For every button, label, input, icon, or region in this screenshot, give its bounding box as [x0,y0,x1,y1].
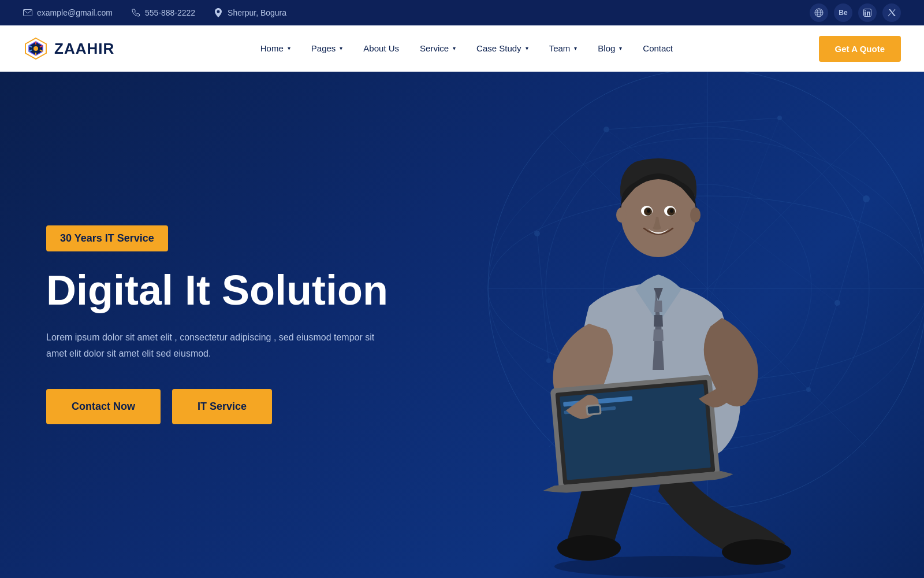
nav-label-blog: Blog [598,25,615,72]
nav-item-pages[interactable]: Pages ▾ [301,25,353,72]
nav-link-case-study[interactable]: Case Study ▾ [466,25,539,72]
chevron-down-icon: ▾ [340,25,342,72]
svg-point-62 [616,208,627,223]
chevron-down-icon: ▾ [619,25,622,72]
nav-item-team[interactable]: Team ▾ [539,25,588,72]
svg-point-63 [690,208,701,223]
svg-point-60 [647,209,650,213]
svg-point-47 [557,535,621,561]
navbar: ZAAHIR Home ▾ Pages ▾ About Us Service ▾ [0,25,924,72]
svg-rect-65 [588,406,600,414]
social-links: Be [810,3,901,22]
linkedin-icon[interactable] [858,3,877,22]
nav-item-service[interactable]: Service ▾ [409,25,466,72]
contact-now-button[interactable]: Contact Now [46,389,161,424]
behance-icon[interactable]: Be [834,3,852,22]
logo[interactable]: ZAAHIR [23,36,114,61]
svg-point-48 [722,539,791,565]
hero-description: Lorem ipsum dolor sit amet elit , consec… [46,329,381,361]
phone-text: 555-888-2222 [145,8,195,17]
svg-point-8 [865,10,866,11]
hero-buttons: Contact Now IT Service [46,389,388,424]
nav-item-blog[interactable]: Blog ▾ [587,25,632,72]
nav-label-home: Home [260,25,284,72]
svg-rect-7 [865,12,866,16]
nav-link-home[interactable]: Home ▾ [250,25,301,72]
nav-link-blog[interactable]: Blog ▾ [587,25,632,72]
hero-title: Digital It Solution [46,268,388,313]
hero-section: 30 Years IT Service Digital It Solution … [0,72,924,578]
svg-point-61 [670,209,673,213]
it-service-button[interactable]: IT Service [172,389,272,424]
chevron-down-icon: ▾ [288,25,290,72]
svg-rect-0 [24,9,32,16]
top-bar-left: example@gmail.com 555-888-2222 Sherpur, … [23,8,286,17]
phone-item: 555-888-2222 [131,8,195,17]
nav-item-case-study[interactable]: Case Study ▾ [466,25,539,72]
nav-label-case-study: Case Study [476,25,521,72]
globe-social-icon[interactable] [810,3,828,22]
hero-badge: 30 Years IT Service [46,225,168,251]
location-icon [214,8,223,17]
nav-label-contact: Contact [643,25,673,72]
svg-rect-51 [560,384,711,480]
chevron-down-icon: ▾ [453,25,456,72]
location-item: Sherpur, Bogura [214,8,286,17]
chevron-down-icon: ▾ [574,25,577,72]
nav-link-about[interactable]: About Us [353,25,409,72]
chevron-down-icon: ▾ [526,25,528,72]
nav-label-team: Team [549,25,571,72]
hero-person-image [474,104,866,578]
get-quote-button[interactable]: Get A Quote [819,36,901,62]
nav-item-home[interactable]: Home ▾ [250,25,301,72]
hero-content: 30 Years IT Service Digital It Solution … [0,225,388,424]
twitter-icon[interactable] [882,3,901,22]
nav-link-contact[interactable]: Contact [632,25,683,72]
nav-label-about: About Us [363,25,399,72]
nav-link-service[interactable]: Service ▾ [409,25,466,72]
phone-icon [131,8,140,17]
nav-link-pages[interactable]: Pages ▾ [301,25,353,72]
nav-item-contact[interactable]: Contact [632,25,683,72]
location-text: Sherpur, Bogura [228,8,286,17]
nav-label-pages: Pages [311,25,336,72]
top-bar: example@gmail.com 555-888-2222 Sherpur, … [0,0,924,25]
logo-text: ZAAHIR [54,40,114,58]
nav-links: Home ▾ Pages ▾ About Us Service ▾ Case S… [250,25,683,72]
nav-item-about[interactable]: About Us [353,25,409,72]
email-item: example@gmail.com [23,8,113,17]
email-icon [23,8,32,17]
nav-label-service: Service [420,25,449,72]
email-text: example@gmail.com [37,8,113,17]
svg-point-11 [33,46,38,51]
nav-link-team[interactable]: Team ▾ [539,25,588,72]
